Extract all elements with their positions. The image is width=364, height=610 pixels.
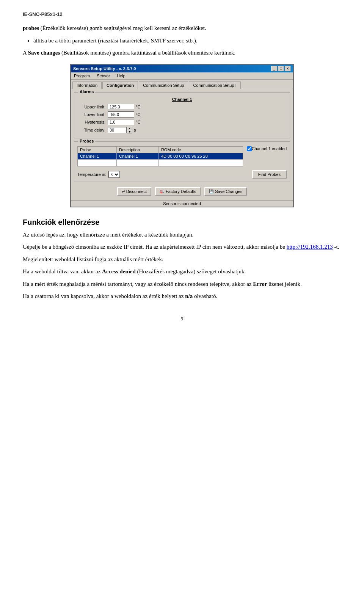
upper-limit-input[interactable]	[108, 104, 134, 110]
time-delay-row: Time delay: ▲ ▼ s	[77, 127, 287, 133]
channel-enabled-area: Channel 1 enabled	[247, 146, 287, 151]
factory-defaults-button[interactable]: 🏭 Factory Defaults	[155, 187, 201, 196]
section2-p2-post: -t.	[333, 244, 339, 250]
probes-bold: probes	[23, 25, 39, 31]
probes-table-area: Probe Description ROM code Channel 1 Cha…	[77, 146, 243, 168]
section2-p1: Az utolsó lépés az, hogy ellenőrizze a m…	[23, 231, 341, 239]
menu-help[interactable]: Help	[115, 73, 127, 78]
screenshot-container: Sensors Setup Utility - v. 2.3.7.0 _ □ ✕…	[23, 64, 341, 207]
upper-limit-unit: °C	[136, 105, 140, 109]
rom-cell: 4D 00 00 00 C8 96 25 28	[158, 153, 243, 159]
page-number: 9	[23, 316, 341, 322]
lower-limit-input[interactable]	[108, 111, 134, 118]
menubar: Program Sensor Help	[71, 72, 293, 80]
save-changes-label: Save Changes	[215, 189, 242, 194]
table-row[interactable]: Channel 1 Channel 1 4D 00 00 00 C8 96 25…	[78, 153, 243, 159]
status-bar: Sensor is connected	[71, 200, 293, 207]
probes-section: Probes Probe Description ROM code	[74, 141, 290, 182]
spin-up[interactable]: ▲	[127, 127, 132, 130]
find-probes-button[interactable]: Find Probes	[252, 170, 287, 179]
temp-select[interactable]: C F	[108, 171, 120, 178]
section2-p6: Ha a csatorna ki van kapcsolva, akkor a …	[23, 292, 341, 301]
channel-enabled-checkbox[interactable]	[247, 146, 252, 151]
upper-limit-row: Upper limit: °C	[77, 104, 287, 110]
hysteresis-label: Hysteresis:	[77, 120, 108, 124]
channel-enabled-label: Channel 1 enabled	[252, 146, 287, 151]
disconnect-label: Disconnect	[126, 189, 147, 194]
window-title: Sensors Setup Utility - v. 2.3.7.0	[73, 66, 136, 71]
para-probes: probes (Érzékelők keresése) gomb segítsé…	[23, 24, 341, 33]
section2-p5-pre: Ha a mért érték meghaladja a mérési tart…	[23, 281, 253, 287]
page-header: IE-SNC-P85x1-12	[23, 11, 341, 17]
disconnect-icon: ⇌	[122, 189, 125, 193]
factory-icon: 🏭	[160, 189, 164, 193]
save-changes-bold: Save changes	[28, 50, 60, 56]
bottom-buttons: ⇌ Disconnect 🏭 Factory Defaults 💾 Save C…	[74, 185, 290, 197]
tab-communication-setup[interactable]: Communication Setup	[139, 82, 188, 89]
channel-title: Channel 1	[77, 97, 287, 102]
error-bold: Error	[253, 281, 267, 287]
tab-communication-setup-i[interactable]: Communication Setup I	[189, 82, 240, 89]
time-delay-unit: s	[134, 128, 136, 132]
section2-p2: Gépelje be a böngésző címsorába az eszkö…	[23, 243, 341, 251]
table-row-empty	[78, 159, 243, 166]
spin-down[interactable]: ▼	[127, 130, 132, 133]
maximize-button[interactable]: □	[278, 66, 284, 71]
upper-limit-label: Upper limit:	[77, 105, 108, 109]
section2-p6-post: olvasható.	[193, 293, 217, 299]
section2-p4-mid: (Hozzáférés megtagadva) szöveget olvasha…	[136, 268, 246, 274]
section-heading: Funkciók ellenőrzése	[23, 218, 341, 227]
col-probe: Probe	[78, 146, 117, 153]
access-denied-bold: Access denied	[102, 268, 136, 274]
section2-p4-pre: Ha a weboldal tiltva van, akkor az	[23, 268, 102, 274]
section2-p5: Ha a mért érték meghaladja a mérési tart…	[23, 280, 341, 289]
lower-limit-unit: °C	[136, 112, 140, 117]
save-changes-button[interactable]: 💾 Save Changes	[204, 187, 247, 196]
para-save-text: (Beállítások mentése) gombra kattintássa…	[60, 50, 235, 56]
time-delay-spin: ▲ ▼	[108, 127, 132, 133]
section2-link[interactable]: http://192.168.1.213	[287, 244, 333, 250]
time-delay-input[interactable]	[108, 127, 127, 133]
tab-bar: Information Configuration Communication …	[71, 80, 293, 89]
lower-limit-row: Lower limit: °C	[77, 111, 287, 118]
window-body: Alarms Channel 1 Upper limit: °C Lower l…	[71, 89, 293, 200]
section2-p5-post: üzenet jelenik.	[267, 281, 301, 287]
window-controls: _ □ ✕	[271, 66, 291, 71]
col-description: Description	[116, 146, 158, 153]
app-window: Sensors Setup Utility - v. 2.3.7.0 _ □ ✕…	[70, 64, 294, 207]
time-delay-label: Time delay:	[77, 128, 108, 132]
disconnect-button[interactable]: ⇌ Disconnect	[117, 187, 151, 196]
probes-section-title: Probes	[78, 139, 95, 143]
na-bold: n/a	[185, 293, 193, 299]
alarms-section-inner: Channel 1 Upper limit: °C Lower limit: °…	[77, 97, 287, 133]
tab-information[interactable]: Information	[72, 82, 102, 89]
probes-section-inner: Probe Description ROM code Channel 1 Cha…	[77, 146, 287, 179]
section2-p6-pre: Ha a csatorna ki van kapcsolva, akkor a …	[23, 293, 185, 299]
spin-arrows: ▲ ▼	[127, 127, 132, 133]
temp-row: Temperature in: C F Find Probes	[77, 170, 287, 179]
tab-configuration[interactable]: Configuration	[102, 82, 138, 89]
save-icon: 💾	[209, 189, 213, 193]
section2-p3: Megjelenített weboldal listázni fogja az…	[23, 255, 341, 264]
alarms-section: Alarms Channel 1 Upper limit: °C Lower l…	[74, 92, 290, 138]
description-cell: Channel 1	[116, 153, 158, 159]
temp-label: Temperature in:	[77, 172, 106, 177]
hysteresis-unit: °C	[136, 120, 140, 124]
menu-sensor[interactable]: Sensor	[95, 73, 111, 78]
col-rom: ROM code	[158, 146, 243, 153]
lower-limit-label: Lower limit:	[77, 112, 108, 117]
hysteresis-row: Hysteresis: °C	[77, 119, 287, 125]
bullet-item-1: állítsa be a többi paramétert (riasztási…	[33, 36, 341, 45]
para-save: A Save changes (Beállítások mentése) gom…	[23, 49, 341, 57]
minimize-button[interactable]: _	[271, 66, 277, 71]
hysteresis-input[interactable]	[108, 119, 134, 125]
alarms-section-title: Alarms	[78, 89, 95, 94]
probe-cell: Channel 1	[78, 153, 117, 159]
probes-table: Probe Description ROM code Channel 1 Cha…	[77, 146, 243, 166]
titlebar: Sensors Setup Utility - v. 2.3.7.0 _ □ ✕	[71, 65, 293, 72]
factory-defaults-label: Factory Defaults	[166, 189, 196, 194]
close-button[interactable]: ✕	[285, 66, 291, 71]
bullet-list: állítsa be a többi paramétert (riasztási…	[33, 36, 341, 45]
menu-program[interactable]: Program	[72, 73, 91, 78]
section2-p4: Ha a weboldal tiltva van, akkor az Acces…	[23, 267, 341, 276]
